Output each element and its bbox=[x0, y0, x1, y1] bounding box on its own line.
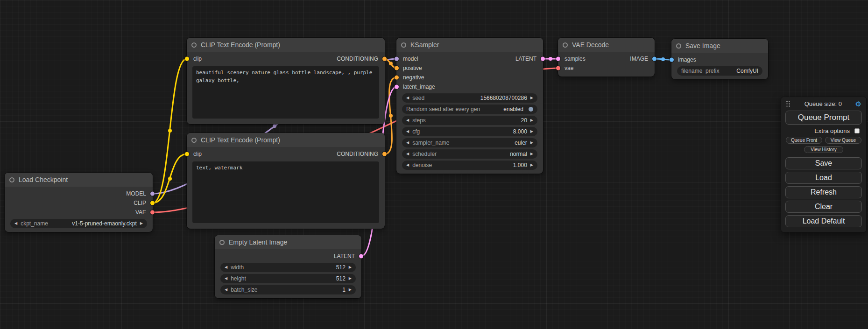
collapse-toggle-icon[interactable] bbox=[9, 177, 14, 182]
port-clip-input[interactable] bbox=[185, 57, 189, 61]
widget-label: cfg bbox=[412, 128, 420, 135]
increment-arrow-icon[interactable]: ▶ bbox=[140, 222, 143, 225]
node-title: VAE Decode bbox=[572, 41, 609, 49]
save-button[interactable]: Save bbox=[785, 157, 862, 169]
filename-prefix-widget[interactable]: filename_prefix ComfyUI bbox=[677, 66, 762, 76]
node-title-bar[interactable]: CLIP Text Encode (Prompt) bbox=[187, 133, 385, 147]
widget-value: 156680208700286 bbox=[480, 95, 527, 101]
collapse-toggle-icon[interactable] bbox=[563, 42, 568, 48]
width-widget[interactable]: ◀ width 512 ▶ bbox=[220, 263, 356, 272]
node-title-bar[interactable]: Save Image bbox=[671, 39, 768, 53]
ckpt-name-widget[interactable]: ◀ ckpt_name v1-5-pruned-emaonly.ckpt ▶ bbox=[10, 219, 147, 228]
decrement-arrow-icon[interactable]: ◀ bbox=[225, 277, 227, 280]
input-label: negative bbox=[403, 74, 424, 81]
decrement-arrow-icon[interactable]: ◀ bbox=[406, 119, 409, 122]
scheduler-widget[interactable]: ◀ scheduler normal ▶ bbox=[402, 149, 537, 159]
port-image-output[interactable] bbox=[652, 57, 656, 61]
port-samples-input[interactable] bbox=[556, 57, 560, 61]
input-label: positive bbox=[403, 65, 422, 71]
decrement-arrow-icon[interactable]: ◀ bbox=[225, 266, 227, 269]
port-images-input[interactable] bbox=[670, 58, 674, 62]
positive-prompt-textarea[interactable]: beautiful scenery nature glass bottle la… bbox=[192, 66, 379, 119]
node-clip-text-encode-negative[interactable]: CLIP Text Encode (Prompt) clip CONDITION… bbox=[187, 133, 385, 229]
node-graph-canvas[interactable]: Load Checkpoint MODEL CLIP VAE ◀ ckpt_na… bbox=[0, 0, 868, 329]
port-vae-input[interactable] bbox=[556, 66, 560, 70]
negative-prompt-textarea[interactable]: text, watermark bbox=[192, 161, 379, 223]
view-queue-button[interactable]: View Queue bbox=[825, 137, 861, 144]
settings-gear-icon[interactable]: ⚙ bbox=[855, 100, 861, 107]
input-label: clip bbox=[193, 151, 202, 157]
denoise-widget[interactable]: ◀ denoise 1.000 ▶ bbox=[402, 161, 537, 170]
input-label: latent_image bbox=[403, 84, 435, 90]
port-negative-input[interactable] bbox=[395, 76, 399, 80]
decrement-arrow-icon[interactable]: ◀ bbox=[406, 141, 409, 145]
seed-widget[interactable]: ◀ seed 156680208700286 ▶ bbox=[402, 93, 537, 103]
collapse-toggle-icon[interactable] bbox=[219, 240, 225, 245]
node-title-bar[interactable]: Empty Latent Image bbox=[215, 235, 361, 249]
node-ksampler[interactable]: KSampler model LATENT positive negative … bbox=[396, 38, 543, 174]
increment-arrow-icon[interactable]: ▶ bbox=[530, 119, 533, 122]
port-positive-input[interactable] bbox=[395, 66, 399, 70]
queue-prompt-button[interactable]: Queue Prompt bbox=[785, 111, 862, 125]
output-label: CLIP bbox=[134, 200, 146, 206]
collapse-toggle-icon[interactable] bbox=[191, 138, 197, 143]
collapse-toggle-icon[interactable] bbox=[401, 42, 406, 48]
increment-arrow-icon[interactable]: ▶ bbox=[530, 141, 533, 145]
port-model-output[interactable] bbox=[150, 192, 155, 196]
steps-widget[interactable]: ◀ steps 20 ▶ bbox=[402, 116, 537, 125]
port-latent-output[interactable] bbox=[541, 57, 545, 61]
increment-arrow-icon[interactable]: ▶ bbox=[530, 152, 533, 156]
sampler-name-widget[interactable]: ◀ sampler_name euler ▶ bbox=[402, 138, 537, 147]
port-vae-output[interactable] bbox=[150, 210, 155, 215]
decrement-arrow-icon[interactable]: ◀ bbox=[406, 96, 409, 100]
random-seed-toggle-widget[interactable]: Random seed after every gen enabled bbox=[402, 105, 537, 114]
batch-size-widget[interactable]: ◀ batch_size 1 ▶ bbox=[220, 285, 356, 294]
port-row-model: model LATENT bbox=[396, 54, 543, 63]
collapse-toggle-icon[interactable] bbox=[676, 43, 681, 49]
extra-options-checkbox[interactable] bbox=[854, 128, 860, 133]
node-clip-text-encode-positive[interactable]: CLIP Text Encode (Prompt) clip CONDITION… bbox=[187, 38, 385, 124]
decrement-arrow-icon[interactable]: ◀ bbox=[14, 222, 17, 225]
widget-value: 8.000 bbox=[513, 128, 527, 135]
port-conditioning-output[interactable] bbox=[382, 152, 387, 156]
output-label: CONDITIONING bbox=[337, 56, 378, 62]
decrement-arrow-icon[interactable]: ◀ bbox=[406, 152, 409, 156]
decrement-arrow-icon[interactable]: ◀ bbox=[406, 163, 409, 167]
menu-drag-handle-icon[interactable] bbox=[786, 100, 791, 107]
port-latent-image-input[interactable] bbox=[395, 85, 399, 89]
increment-arrow-icon[interactable]: ▶ bbox=[530, 163, 533, 167]
height-widget[interactable]: ◀ height 512 ▶ bbox=[220, 274, 356, 283]
increment-arrow-icon[interactable]: ▶ bbox=[530, 96, 533, 100]
node-empty-latent-image[interactable]: Empty Latent Image LATENT ◀ width 512 ▶ … bbox=[215, 235, 361, 298]
port-latent-output[interactable] bbox=[359, 254, 363, 259]
load-button[interactable]: Load bbox=[785, 172, 862, 184]
decrement-arrow-icon[interactable]: ◀ bbox=[225, 288, 227, 292]
link-dot-clip-positive bbox=[168, 129, 172, 133]
queue-front-button[interactable]: Queue Front bbox=[786, 137, 822, 144]
increment-arrow-icon[interactable]: ▶ bbox=[349, 277, 352, 280]
node-title-bar[interactable]: CLIP Text Encode (Prompt) bbox=[187, 38, 385, 52]
port-conditioning-output[interactable] bbox=[382, 57, 387, 61]
refresh-button[interactable]: Refresh bbox=[785, 186, 862, 198]
load-default-button[interactable]: Load Default bbox=[785, 215, 862, 227]
node-save-image[interactable]: Save Image images filename_prefix ComfyU… bbox=[671, 39, 768, 79]
node-load-checkpoint[interactable]: Load Checkpoint MODEL CLIP VAE ◀ ckpt_na… bbox=[5, 173, 153, 232]
port-clip-output[interactable] bbox=[150, 201, 155, 205]
node-title-bar[interactable]: KSampler bbox=[396, 38, 543, 52]
increment-arrow-icon[interactable]: ▶ bbox=[349, 266, 352, 269]
increment-arrow-icon[interactable]: ▶ bbox=[349, 288, 352, 292]
link-dot-conditioning-negative bbox=[389, 114, 393, 118]
increment-arrow-icon[interactable]: ▶ bbox=[530, 130, 533, 133]
toggle-knob-icon[interactable] bbox=[529, 107, 533, 112]
cfg-widget[interactable]: ◀ cfg 8.000 ▶ bbox=[402, 127, 537, 136]
port-model-input[interactable] bbox=[395, 57, 399, 61]
decrement-arrow-icon[interactable]: ◀ bbox=[406, 130, 409, 133]
node-vae-decode[interactable]: VAE Decode samples IMAGE vae bbox=[558, 38, 655, 77]
history-button-row: View History bbox=[781, 146, 866, 153]
collapse-toggle-icon[interactable] bbox=[191, 42, 197, 48]
node-title-bar[interactable]: Load Checkpoint bbox=[5, 173, 153, 187]
clear-button[interactable]: Clear bbox=[785, 201, 862, 213]
view-history-button[interactable]: View History bbox=[804, 146, 843, 153]
port-clip-input[interactable] bbox=[185, 152, 189, 156]
node-title-bar[interactable]: VAE Decode bbox=[558, 38, 655, 52]
